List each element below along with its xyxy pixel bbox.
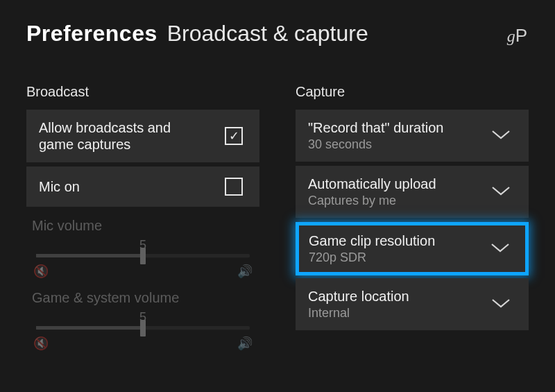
auto-upload-label: Automatically upload (308, 176, 436, 192)
mic-on-checkbox[interactable] (225, 178, 243, 196)
chevron-down-icon (489, 241, 511, 257)
title-section: Broadcast & capture (167, 21, 368, 46)
speaker-mute-icon[interactable]: 🔇 (33, 264, 49, 279)
record-that-row[interactable]: "Record that" duration 30 seconds (296, 110, 529, 162)
mic-volume-slider[interactable] (36, 254, 250, 258)
allow-broadcasts-row[interactable]: Allow broadcasts and game captures ✓ (26, 110, 259, 162)
capture-location-label: Capture location (308, 288, 409, 305)
chevron-down-icon (490, 185, 512, 200)
watermark: gP (507, 25, 527, 46)
broadcast-column: Broadcast Allow broadcasts and game capt… (26, 84, 259, 355)
auto-upload-row[interactable]: Automatically upload Captures by me (296, 166, 529, 218)
chevron-down-icon (490, 128, 512, 144)
capture-location-row[interactable]: Capture location Internal (296, 278, 529, 330)
chevron-down-icon (490, 297, 512, 312)
game-volume-slider[interactable] (36, 326, 250, 330)
broadcast-section-title: Broadcast (26, 84, 259, 100)
speaker-mute-icon[interactable]: 🔇 (33, 336, 49, 351)
capture-section-title: Capture (296, 84, 529, 100)
mic-on-label: Mic on (39, 178, 80, 195)
allow-broadcasts-label: Allow broadcasts and game captures (39, 119, 205, 153)
speaker-loud-icon[interactable]: 🔊 (237, 336, 253, 351)
capture-location-value: Internal (308, 306, 409, 321)
title-bold: Preferences (26, 21, 157, 46)
mic-on-row[interactable]: Mic on (26, 167, 259, 207)
game-clip-resolution-row[interactable]: Game clip resolution 720p SDR (296, 222, 529, 275)
mic-volume-group: Mic volume 5 🔇 🔊 (26, 211, 259, 283)
game-clip-resolution-label: Game clip resolution (309, 232, 435, 249)
capture-column: Capture "Record that" duration 30 second… (296, 84, 529, 355)
speaker-loud-icon[interactable]: 🔊 (237, 264, 253, 279)
auto-upload-value: Captures by me (308, 194, 436, 208)
record-that-value: 30 seconds (308, 137, 443, 152)
game-clip-resolution-value: 720p SDR (309, 250, 435, 265)
check-icon: ✓ (229, 130, 239, 142)
page-title: Preferences Broadcast & capture (26, 21, 529, 46)
mic-volume-label: Mic volume (32, 218, 254, 234)
game-volume-label: Game & system volume (32, 290, 254, 306)
allow-broadcasts-checkbox[interactable]: ✓ (225, 127, 243, 145)
game-volume-group: Game & system volume 5 🔇 🔊 (26, 283, 259, 355)
record-that-label: "Record that" duration (308, 119, 443, 136)
